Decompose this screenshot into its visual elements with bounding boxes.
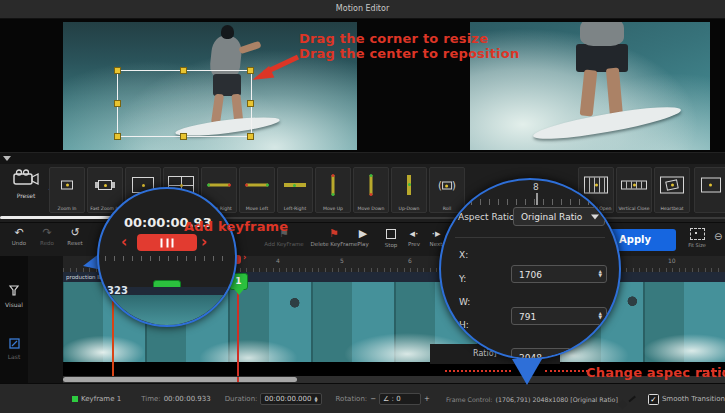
- move-down-icon: [370, 175, 373, 195]
- collapse-arrow-icon[interactable]: [3, 156, 11, 161]
- preset-tile-up-down[interactable]: Up-Down: [391, 167, 427, 213]
- ruler-number: 4: [276, 257, 280, 264]
- surfer-leg: [580, 69, 598, 116]
- move-up-icon: [332, 175, 335, 195]
- redo-button[interactable]: ↷ Redo: [34, 226, 60, 246]
- preview-pane-result: [470, 22, 710, 150]
- resize-handle-se[interactable]: [247, 133, 254, 140]
- scrubber-right-arrow[interactable]: ›: [243, 253, 246, 262]
- camera-icon: [13, 169, 39, 187]
- undo-icon: ↶: [6, 226, 32, 239]
- preset-button[interactable]: Preset: [4, 169, 48, 215]
- preview-area: Drag the corner to resize Drag the cente…: [0, 19, 725, 152]
- preset-tile-move-up[interactable]: Move Up: [315, 167, 351, 213]
- preset-tile-zoom-in[interactable]: Zoom In: [49, 167, 85, 213]
- annotation-change-ratio: Change aspec ratio: [586, 365, 725, 380]
- aspect-ratio-label: Aspect Ratio:: [458, 212, 518, 222]
- reset-icon: ↺: [62, 226, 88, 239]
- fit-size-button[interactable]: Fit Size: [684, 228, 710, 248]
- stepper-icon[interactable]: ▲▼: [314, 396, 317, 403]
- crop-selection-box[interactable]: [117, 70, 252, 137]
- magnifier-keyframe: 00:00:00.93 ‹ › 1 323: [97, 187, 237, 327]
- magnified-left-arrow: ‹: [121, 233, 127, 251]
- keyframe-color-swatch: [72, 396, 78, 402]
- resize-handle-e[interactable]: [247, 100, 254, 107]
- preset-tile-heartbeat[interactable]: Heartbeat: [654, 167, 690, 213]
- frame-control-readout: Frame Control: (1706,791) 2048x1080 [Ori…: [446, 396, 618, 403]
- preset-toolbar: Preset ‹ Zoom In Fast Zoom In Zoom Out F…: [0, 164, 725, 222]
- annotation-dotted-line: [545, 370, 588, 372]
- surfboard: [532, 101, 683, 145]
- visual-effects-icon: [8, 285, 20, 297]
- annotation-drag-center: Drag the center to reposition: [299, 46, 519, 61]
- preset-tile-roll[interactable]: () Roll: [429, 167, 465, 213]
- y-field[interactable]: 791 ▲▼: [511, 307, 607, 325]
- last-icon: [9, 338, 20, 349]
- left-right-icon: [284, 183, 306, 187]
- duration-input[interactable]: 00:00:00.000 ▲▼: [260, 393, 321, 405]
- magnified-right-arrow: ›: [201, 233, 207, 251]
- time-readout: Time: 00:00:00.933: [141, 395, 211, 403]
- magnified-ruler: [105, 251, 229, 261]
- stop-button[interactable]: Stop: [378, 227, 404, 248]
- surfer-torso: [580, 22, 624, 46]
- preset-tile-left-right[interactable]: Left-Right: [277, 167, 313, 213]
- right-callout-pointer: [510, 357, 544, 387]
- h-field-label: H:: [459, 320, 469, 330]
- surfer-head: [221, 25, 234, 39]
- smooth-transition-checkbox[interactable]: ✓: [648, 394, 659, 405]
- move-left-icon: [246, 184, 268, 187]
- stepper-icon[interactable]: ▲▼: [599, 270, 602, 278]
- ruler-number: 10: [668, 257, 676, 264]
- play-button[interactable]: ▶ Play: [350, 227, 376, 247]
- preset-tile-cutoff[interactable]: [694, 167, 725, 213]
- annotation-add-keyframe: Add keyframe: [184, 219, 288, 234]
- resize-handle-sw[interactable]: [114, 133, 121, 140]
- preset-label: Preset: [4, 192, 48, 199]
- preset-tile-move-down[interactable]: Move Down: [353, 167, 389, 213]
- timeline-scrollbar-thumb[interactable]: [63, 377, 297, 382]
- prev-keyframe-button[interactable]: ◂· Prev: [402, 227, 426, 247]
- divider: [455, 237, 605, 238]
- chevron-down-icon: [591, 214, 599, 219]
- y-field-label: Y:: [459, 274, 466, 284]
- zoom-in-icon: [61, 181, 73, 190]
- resize-handle-n[interactable]: [180, 67, 187, 74]
- keyframe-line: [237, 285, 239, 376]
- magnified-ruler-number: 8: [533, 182, 539, 192]
- surfer-shorts: [576, 44, 628, 72]
- preset-icon: [701, 178, 721, 193]
- rotate-cw-button[interactable]: +: [424, 395, 430, 403]
- resize-handle-nw[interactable]: [114, 67, 121, 74]
- keyframe-tick: [237, 377, 239, 382]
- preset-tile-vertical-close[interactable]: Vertical Close: [616, 167, 652, 213]
- sidebar-item-last[interactable]: Last: [0, 334, 28, 360]
- duration-control: Duration: 00:00:00.000 ▲▼: [225, 393, 322, 405]
- magnified-scrubber-handle: [137, 234, 197, 251]
- sidebar-item-visual[interactable]: Visual: [0, 282, 28, 308]
- window-title: Motion Editor: [0, 0, 725, 18]
- title-bar: Motion Editor: [0, 0, 725, 19]
- w-field-label: W:: [459, 297, 470, 307]
- rotate-ccw-button[interactable]: −: [370, 395, 376, 403]
- x-field[interactable]: 1706 ▲▼: [511, 265, 607, 283]
- redo-icon: ↷: [34, 226, 60, 239]
- fast-zoom-in-icon: [98, 180, 112, 190]
- ruler-number: 5: [340, 257, 344, 264]
- resize-handle-s[interactable]: [180, 133, 187, 140]
- up-down-icon: [407, 175, 411, 195]
- rotation-input[interactable]: ∠ : 0: [379, 393, 421, 405]
- stepper-icon[interactable]: ▲▼: [599, 312, 602, 320]
- aspect-ratio-dropdown[interactable]: Original Ratio: [513, 207, 605, 226]
- annotation-dotted-line: [445, 370, 511, 372]
- x-field-label: X:: [459, 250, 468, 260]
- preset-tile-move-left[interactable]: Move Left: [239, 167, 275, 213]
- magnifier-aspect-panel: 8 Aspect Ratio: Original Ratio X: 1706 ▲…: [439, 178, 621, 360]
- reset-button[interactable]: ↺ Reset: [62, 226, 88, 246]
- undo-button[interactable]: ↶ Undo: [6, 226, 32, 246]
- zoom-out-control-icon[interactable]: ⊖: [714, 231, 722, 242]
- vertical-close-icon: [621, 181, 647, 190]
- resize-handle-w[interactable]: [114, 100, 121, 107]
- annotation-arrow: [248, 43, 306, 83]
- motion-editor-window: Motion Editor: [0, 0, 725, 413]
